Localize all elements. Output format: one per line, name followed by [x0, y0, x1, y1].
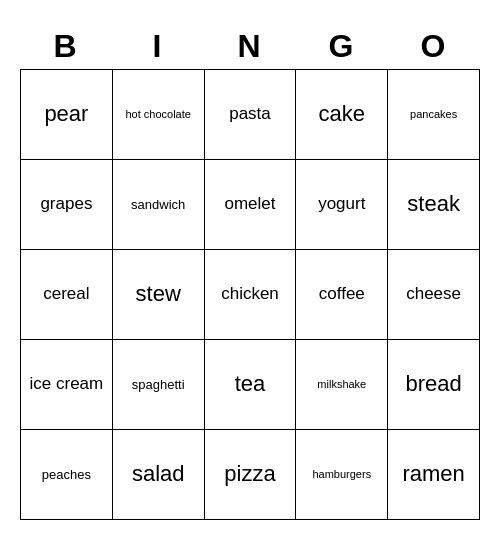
cell-text: ice cream — [30, 374, 104, 394]
bingo-cell: ice cream — [21, 340, 113, 430]
bingo-cell: yogurt — [296, 160, 388, 250]
bingo-cell: cereal — [21, 250, 113, 340]
bingo-cell: salad — [113, 430, 205, 520]
bingo-cell: pizza — [205, 430, 297, 520]
cell-text: pear — [44, 101, 88, 127]
cell-text: yogurt — [318, 194, 365, 214]
bingo-grid: pearhot chocolatepastacakepancakesgrapes… — [20, 69, 480, 520]
header-letter: N — [204, 24, 296, 69]
bingo-cell: pasta — [205, 70, 297, 160]
bingo-cell: omelet — [205, 160, 297, 250]
cell-text: spaghetti — [132, 377, 185, 393]
bingo-cell: pancakes — [388, 70, 480, 160]
cell-text: coffee — [319, 284, 365, 304]
header-letter: O — [388, 24, 480, 69]
cell-text: cheese — [406, 284, 461, 304]
bingo-cell: spaghetti — [113, 340, 205, 430]
bingo-cell: grapes — [21, 160, 113, 250]
cell-text: cereal — [43, 284, 89, 304]
cell-text: ramen — [402, 461, 464, 487]
bingo-cell: pear — [21, 70, 113, 160]
bingo-cell: tea — [205, 340, 297, 430]
cell-text: pasta — [229, 104, 271, 124]
header-letter: G — [296, 24, 388, 69]
cell-text: cake — [319, 101, 365, 127]
cell-text: chicken — [221, 284, 279, 304]
cell-text: steak — [407, 191, 460, 217]
cell-text: tea — [235, 371, 266, 397]
cell-text: stew — [136, 281, 181, 307]
bingo-cell: bread — [388, 340, 480, 430]
cell-text: peaches — [42, 467, 91, 483]
cell-text: grapes — [40, 194, 92, 214]
bingo-cell: sandwich — [113, 160, 205, 250]
cell-text: sandwich — [131, 197, 185, 213]
bingo-cell: cake — [296, 70, 388, 160]
bingo-cell: steak — [388, 160, 480, 250]
cell-text: pizza — [224, 461, 275, 487]
cell-text: pancakes — [410, 108, 457, 121]
header-letter: I — [112, 24, 204, 69]
bingo-cell: stew — [113, 250, 205, 340]
cell-text: hamburgers — [312, 468, 371, 481]
bingo-header: BINGO — [20, 24, 480, 69]
bingo-cell: ramen — [388, 430, 480, 520]
bingo-cell: coffee — [296, 250, 388, 340]
bingo-cell: chicken — [205, 250, 297, 340]
cell-text: salad — [132, 461, 185, 487]
bingo-cell: peaches — [21, 430, 113, 520]
cell-text: hot chocolate — [125, 108, 190, 121]
cell-text: omelet — [224, 194, 275, 214]
bingo-cell: hamburgers — [296, 430, 388, 520]
bingo-cell: hot chocolate — [113, 70, 205, 160]
bingo-card: BINGO pearhot chocolatepastacakepancakes… — [20, 24, 480, 520]
cell-text: milkshake — [317, 378, 366, 391]
bingo-cell: cheese — [388, 250, 480, 340]
bingo-cell: milkshake — [296, 340, 388, 430]
cell-text: bread — [405, 371, 461, 397]
header-letter: B — [20, 24, 112, 69]
